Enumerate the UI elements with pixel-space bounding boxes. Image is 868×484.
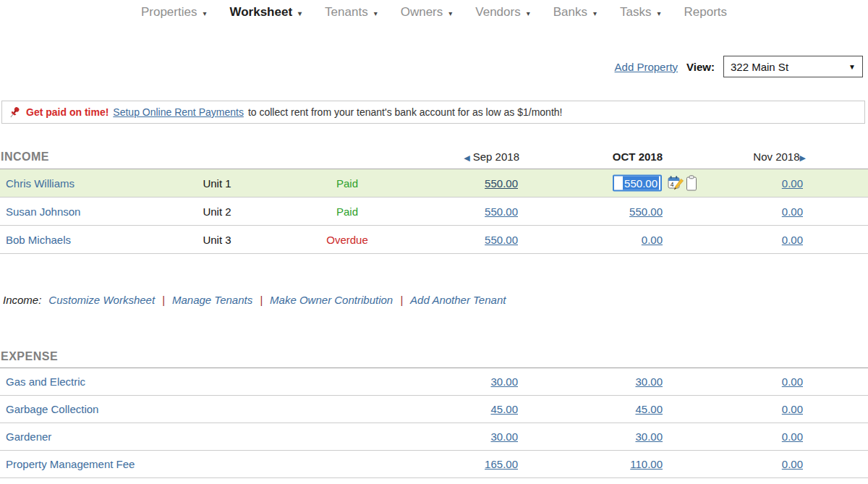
expense-header-row: EXPENSE <box>0 346 868 368</box>
next-month-header[interactable]: Nov 2018▶ <box>665 150 806 163</box>
links-separator: | <box>162 294 165 306</box>
property-view-select[interactable]: 322 Main St ▼ <box>723 56 863 77</box>
chevron-down-icon: ▾ <box>203 8 206 17</box>
nav-item-properties[interactable]: Properties ▾ <box>141 5 207 20</box>
expense-row: Gas and Electric 30.00 30.00 0.00 <box>0 368 868 396</box>
main-nav: Properties ▾ Worksheet ▾ Tenants ▾ Owner… <box>0 5 868 20</box>
nav-item-banks[interactable]: Banks ▾ <box>553 5 597 20</box>
current-month-amount-link[interactable]: 110.00 <box>630 458 663 470</box>
expense-row: Property Management Fee 165.00 110.00 0.… <box>0 451 868 478</box>
prev-month-amount-link[interactable]: 550.00 <box>485 177 518 190</box>
tenant-name-link[interactable]: Bob Michaels <box>6 234 71 246</box>
tenant-name-link[interactable]: Chris Williams <box>6 177 75 190</box>
current-month-amount-link[interactable]: 30.00 <box>635 430 663 443</box>
prev-month-amount-link[interactable]: 30.00 <box>490 430 518 443</box>
next-month-arrow-icon[interactable]: ▶ <box>800 153 806 162</box>
next-month-label: Nov 2018 <box>753 150 799 163</box>
expense-table: EXPENSE Gas and Electric 30.00 30.00 0.0… <box>0 346 868 478</box>
current-month-amount-link[interactable]: 30.00 <box>635 375 663 388</box>
expense-name-link[interactable]: Gardener <box>6 430 51 443</box>
nav-item-tenants[interactable]: Tenants ▾ <box>325 5 378 20</box>
manage-tenants-link[interactable]: Manage Tenants <box>172 294 252 306</box>
prev-month-header[interactable]: ◀ Sep 2018 <box>420 150 521 163</box>
income-actions-prefix: Income: <box>3 294 41 306</box>
next-month-amount-link[interactable]: 0.00 <box>782 205 803 218</box>
current-month-header: OCT 2018 <box>521 150 665 163</box>
links-separator: | <box>400 294 403 306</box>
nav-item-tasks[interactable]: Tasks ▾ <box>620 5 661 20</box>
current-month-amount-link[interactable]: 550.00 <box>629 205 663 218</box>
income-row: Susan Johnson Unit 2 Paid 550.00 550.00 … <box>0 198 868 226</box>
customize-worksheet-link[interactable]: Customize Worksheet <box>48 294 155 306</box>
current-month-amount-link[interactable]: 45.00 <box>635 403 663 415</box>
clipboard-receipt-icon[interactable] <box>686 175 697 191</box>
nav-item-label: Properties <box>141 5 197 20</box>
prev-month-amount-link[interactable]: 550.00 <box>485 234 518 246</box>
next-month-amount-link[interactable]: 0.00 <box>782 403 803 415</box>
select-dropdown-arrow-icon: ▼ <box>848 63 856 71</box>
nav-item-label: Tasks <box>620 5 651 20</box>
chevron-down-icon: ▾ <box>593 8 597 17</box>
svg-text:4: 4 <box>671 181 674 188</box>
make-owner-contribution-link[interactable]: Make Owner Contribution <box>270 294 393 306</box>
next-month-amount-link[interactable]: 0.00 <box>782 177 803 190</box>
view-label: View: <box>686 61 715 73</box>
banner-highlight-text: Get paid on time! <box>26 106 109 118</box>
calendar-edit-icon[interactable]: 4 <box>668 175 684 191</box>
income-table: INCOME ◀ Sep 2018 OCT 2018 Nov 2018▶ Chr… <box>0 145 868 254</box>
payment-status-badge: Paid <box>275 177 420 190</box>
next-month-amount-link[interactable]: 0.00 <box>782 430 803 443</box>
nav-item-label: Banks <box>553 5 587 20</box>
unit-label: Unit 3 <box>159 234 275 246</box>
expense-row: Gardener 30.00 30.00 0.00 <box>0 423 868 451</box>
property-view-selected-value: 322 Main St <box>731 61 788 73</box>
nav-item-label: Tenants <box>325 5 368 20</box>
prev-month-arrow-icon[interactable]: ◀ <box>464 153 469 162</box>
prev-month-label: Sep 2018 <box>473 150 519 163</box>
prev-month-amount-link[interactable]: 30.00 <box>490 375 518 388</box>
income-row: Chris Williams Unit 1 Paid 550.00 550.00… <box>0 169 868 198</box>
prev-month-amount-link[interactable]: 165.00 <box>485 458 518 470</box>
nav-item-label: Reports <box>684 5 728 20</box>
chevron-down-icon: ▾ <box>657 8 660 17</box>
nav-item-worksheet[interactable]: Worksheet ▾ <box>229 5 302 20</box>
unit-label: Unit 2 <box>159 205 275 218</box>
add-another-tenant-link[interactable]: Add Another Tenant <box>410 294 506 306</box>
current-month-cell: 550.00 4 <box>521 169 665 197</box>
chevron-down-icon: ▾ <box>374 8 378 17</box>
next-month-amount-link[interactable]: 0.00 <box>782 375 803 388</box>
chevron-down-icon: ▾ <box>527 8 530 17</box>
expense-name-link[interactable]: Property Management Fee <box>6 458 135 470</box>
prev-month-amount-link[interactable]: 550.00 <box>485 205 518 218</box>
prev-month-amount-link[interactable]: 45.00 <box>490 403 518 415</box>
expense-name-link[interactable]: Gas and Electric <box>6 375 85 388</box>
expense-name-link[interactable]: Garbage Collection <box>6 403 98 415</box>
payment-status-badge: Overdue <box>275 234 420 246</box>
expense-row: Garbage Collection 45.00 45.00 0.00 <box>0 396 868 423</box>
edit-cell-icons: 4 <box>668 175 697 191</box>
income-actions: Income: Customize Worksheet | Manage Ten… <box>3 294 506 306</box>
nav-item-owners[interactable]: Owners ▾ <box>401 5 453 20</box>
banner-text: to collect rent from your tenant's bank … <box>248 106 563 118</box>
tenant-name-link[interactable]: Susan Johnson <box>6 205 80 218</box>
links-separator: | <box>260 294 263 306</box>
pushpin-icon <box>8 106 22 119</box>
chevron-down-icon: ▾ <box>298 8 302 17</box>
setup-rent-payments-link[interactable]: Setup Online Rent Payments <box>113 106 244 118</box>
payment-status-badge: Paid <box>275 205 420 218</box>
nav-item-label: Vendors <box>475 5 520 20</box>
income-header-row: INCOME ◀ Sep 2018 OCT 2018 Nov 2018▶ <box>0 145 868 169</box>
add-property-link[interactable]: Add Property <box>615 61 678 73</box>
unit-label: Unit 1 <box>159 177 275 190</box>
rent-amount-input[interactable]: 550.00 <box>613 175 662 192</box>
nav-item-vendors[interactable]: Vendors ▾ <box>475 5 529 20</box>
next-month-amount-link[interactable]: 0.00 <box>782 234 803 246</box>
nav-item-label: Worksheet <box>229 5 292 20</box>
rent-amount-value: 550.00 <box>623 177 659 190</box>
nav-item-reports[interactable]: Reports <box>684 5 728 20</box>
current-month-amount-link[interactable]: 0.00 <box>642 234 663 246</box>
next-month-amount-link[interactable]: 0.00 <box>782 458 803 470</box>
income-section-title: INCOME <box>0 150 159 164</box>
nav-item-label: Owners <box>401 5 443 20</box>
expense-section-title: EXPENSE <box>0 350 420 363</box>
